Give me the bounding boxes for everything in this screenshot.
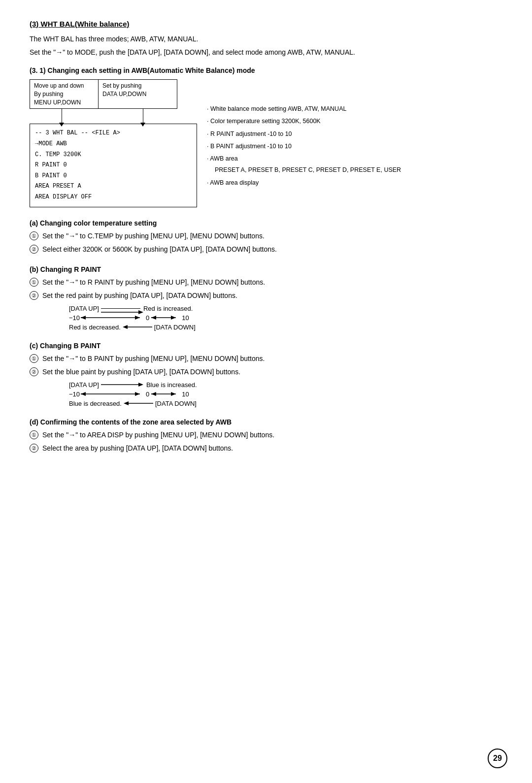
page-number: 29 [493,754,502,763]
section-c: (c) Changing B PAINT ① Set the "→" to B … [30,342,502,407]
circle-1-a: ① [30,231,38,240]
page-number-circle: 29 [488,749,507,768]
section-d-item1: ① Set the "→" to AREA DISP by pushing [M… [30,430,502,440]
circle-1-d: ① [30,430,38,439]
annotation-2: · Color temperature setting 3200K, 5600K [207,116,443,127]
section-a: (a) Changing color temperature setting ①… [30,219,502,255]
decreased-row-b: Red is decreased. [DATA DOWN] [69,324,502,331]
section-a-item1-text: Set the "→" to C.TEMP by pushing [MENU U… [42,231,265,241]
annotation-4: · B PAINT adjustment -10 to 10 [207,141,443,152]
annotation-3: · R PAINT adjustment -10 to 10 [207,129,443,139]
section-a-title: (a) Changing color temperature setting [30,219,502,227]
section-a-item1: ① Set the "→" to C.TEMP by pushing [MENU… [30,231,502,241]
menu-updown-label: Move up and down By pushing MENU UP,DOWN [30,79,99,109]
menu-row-ctemp: C. TEMP 3200K [35,150,192,161]
annotation-5: · AWB area [207,154,443,164]
section-c-title: (c) Changing B PAINT [30,342,502,350]
scale-diagram-c: [DATA UP] Blue is increased. −10 0 10 Bl… [69,381,502,407]
svg-marker-21 [171,392,176,396]
section-title: (3) WHT BAL(White balance) [30,20,502,28]
awb-diagram: Move up and down By pushing MENU UP,DOWN… [30,79,443,207]
menu-row-rpaint: R PAINT 0 [35,160,192,171]
page-number-container: 29 [488,749,507,768]
annotation-5b: PRESET A, PRESET B, PRESET C, PRESET D, … [207,165,443,175]
scale-diagram-b: [DATA UP] Red is increased. −10 0 10 [69,305,502,331]
subsection-3-1-title: (3. 1) Changing each setting in AWB(Auto… [30,66,502,74]
menu-row-area: AREA PRESET A [35,181,192,192]
svg-marker-11 [123,325,128,329]
section-c-item2-text: Set the blue paint by pushing [DATA UP],… [42,367,240,377]
section-b: (b) Changing R PAINT ① Set the "→" to R … [30,265,502,331]
data-up-text-b: Red is increased. [143,305,193,312]
svg-marker-17 [135,392,140,396]
section-b-item1-text: Set the "→" to R PAINT by pushing [MENU … [42,277,265,288]
diagram-left-section: Move up and down By pushing MENU UP,DOWN… [30,79,197,207]
data-up-row-b: [DATA UP] Red is increased. [69,305,502,312]
section-d-item1-text: Set the "→" to AREA DISP by pushing [MEN… [42,430,274,440]
section-b-item2: ② Set the red paint by pushing [DATA UP]… [30,291,502,301]
data-up-text-c: Blue is increased. [146,381,197,389]
scale-row-c: −10 0 10 [69,391,502,398]
data-up-row-c: [DATA UP] Blue is increased. [69,381,502,389]
circle-1-b: ① [30,278,38,287]
svg-marker-13 [138,383,143,387]
diagram-top-labels: Move up and down By pushing MENU UP,DOWN… [30,79,443,207]
menu-row-area-display: AREA DISPLAY OFF [35,192,192,203]
section-c-item2: ② Set the blue paint by pushing [DATA UP… [30,367,502,377]
label-boxes-row: Move up and down By pushing MENU UP,DOWN… [30,79,197,109]
section-b-item1: ① Set the "→" to R PAINT by pushing [MEN… [30,277,502,288]
circle-2-d: ② [30,444,38,453]
section-b-title: (b) Changing R PAINT [30,265,502,273]
menu-row-bpaint: B PAINT 0 [35,171,192,182]
section-a-item2: ② Select either 3200K or 5600K by pushin… [30,244,502,255]
svg-marker-1 [138,310,143,314]
circle-2-a: ② [30,245,38,254]
section-heading: (3) WHT BAL(White balance) [30,20,502,28]
section-c-item1-text: Set the "→" to B PAINT by pushing [MENU … [42,354,265,364]
section-a-item2-text: Select either 3200K or 5600K by pushing … [42,244,277,255]
intro-text-1: The WHT BAL has three modes; AWB, ATW, M… [30,34,502,44]
intro-text-2: Set the "→" to MODE, push the [DATA UP],… [30,47,502,58]
section-c-item1: ① Set the "→" to B PAINT by pushing [MEN… [30,354,502,364]
circle-2-b: ② [30,291,38,300]
menu-row-header: -- 3 WHT BAL -- <FILE A> [35,128,192,139]
menu-row-mode: →MODE AWB [35,139,192,150]
section-b-item2-text: Set the red paint by pushing [DATA UP], … [42,291,237,301]
section-d-title: (d) Confirming the contents of the zone … [30,418,502,426]
svg-marker-5 [135,316,140,320]
decreased-row-c: Blue is decreased. [DATA DOWN] [69,400,502,407]
data-updown-label: Set by pushing DATA UP,DOWN [99,79,177,109]
annotation-6: · AWB area display [207,178,443,188]
section-d-item2-text: Select the area by pushing [DATA UP], [D… [42,443,233,454]
circle-1-c: ① [30,354,38,363]
svg-marker-9 [171,316,176,320]
annotation-1: · White balance mode setting AWB, ATW, M… [207,104,443,114]
circle-2-c: ② [30,367,38,376]
svg-marker-23 [124,401,129,405]
section-d: (d) Confirming the contents of the zone … [30,418,502,454]
diagram-right-annotations: · White balance mode setting AWB, ATW, M… [197,79,443,190]
menu-display-box: -- 3 WHT BAL -- <FILE A> →MODE AWB C. TE… [30,124,197,207]
arrows-down [30,109,197,124]
section-d-item2: ② Select the area by pushing [DATA UP], … [30,443,502,454]
